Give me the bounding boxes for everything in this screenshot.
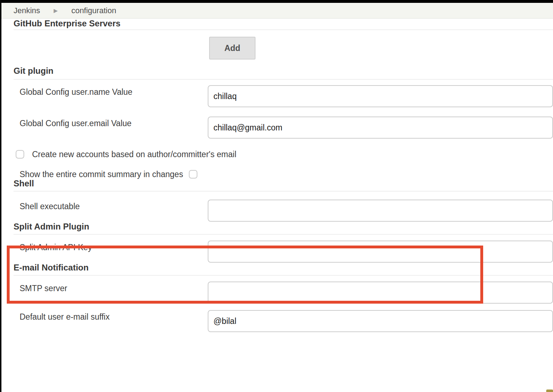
- breadcrumb-item-configuration[interactable]: configuration: [71, 6, 116, 15]
- add-github-server-button[interactable]: Add: [209, 37, 255, 60]
- top-black-bar: [0, 0, 553, 3]
- section-divider: [14, 234, 553, 234]
- split-admin-api-key-label: Split Admin API Key: [14, 241, 208, 252]
- shell-executable-input[interactable]: [208, 200, 553, 222]
- global-config-useremail-label: Global Config user.email Value: [14, 117, 208, 128]
- create-accounts-checkbox[interactable]: [16, 150, 24, 159]
- commit-summary-checkbox[interactable]: [189, 170, 197, 179]
- chevron-right-icon: ▶: [54, 7, 58, 14]
- default-email-suffix-input[interactable]: [208, 310, 553, 332]
- commit-summary-checkbox-label: Show the entire commit summary in change…: [20, 170, 183, 179]
- shell-executable-label: Shell executable: [14, 200, 208, 211]
- form-row: Global Config user.name Value: [14, 85, 553, 107]
- breadcrumb: Jenkins ▶ configuration: [0, 3, 553, 19]
- section-title-git-plugin: Git plugin: [14, 66, 553, 76]
- form-row: Global Config user.email Value: [14, 117, 553, 139]
- form-row: Default user e-mail suffix: [14, 310, 553, 332]
- breadcrumb-item-jenkins[interactable]: Jenkins: [14, 6, 40, 15]
- default-email-suffix-label: Default user e-mail suffix: [14, 310, 208, 322]
- smtp-server-input[interactable]: [208, 282, 553, 304]
- section-title-split-admin-plugin: Split Admin Plugin: [14, 222, 553, 232]
- section-divider: [14, 79, 553, 79]
- commit-summary-checkbox-row: Show the entire commit summary in change…: [14, 170, 553, 179]
- form-row: SMTP server: [14, 282, 553, 304]
- section-divider: [14, 275, 553, 275]
- form-row: Shell executable: [14, 200, 553, 222]
- section-divider: [14, 191, 553, 191]
- section-title-github-enterprise-servers: GitHub Enterprise Servers: [14, 19, 553, 29]
- gold-icon-fragment: [546, 390, 553, 392]
- split-admin-api-key-input[interactable]: [208, 241, 553, 263]
- global-config-username-input[interactable]: [208, 85, 553, 107]
- smtp-server-label: SMTP server: [14, 282, 208, 293]
- section-title-shell: Shell: [14, 179, 553, 189]
- create-accounts-checkbox-row: Create new accounts based on author/comm…: [14, 150, 553, 159]
- form-row: Split Admin API Key: [14, 241, 553, 263]
- global-config-username-label: Global Config user.name Value: [14, 85, 208, 97]
- create-accounts-checkbox-label: Create new accounts based on author/comm…: [32, 150, 236, 159]
- section-title-email-notification: E-mail Notification: [14, 263, 553, 273]
- jenkins-configure-page: Jenkins ▶ configuration GitHub Enterpris…: [0, 0, 553, 392]
- section-divider: [14, 30, 553, 30]
- left-edge-strip: [0, 0, 1, 392]
- global-config-useremail-input[interactable]: [208, 117, 553, 139]
- config-form: GitHub Enterprise Servers Add Git plugin…: [0, 19, 553, 332]
